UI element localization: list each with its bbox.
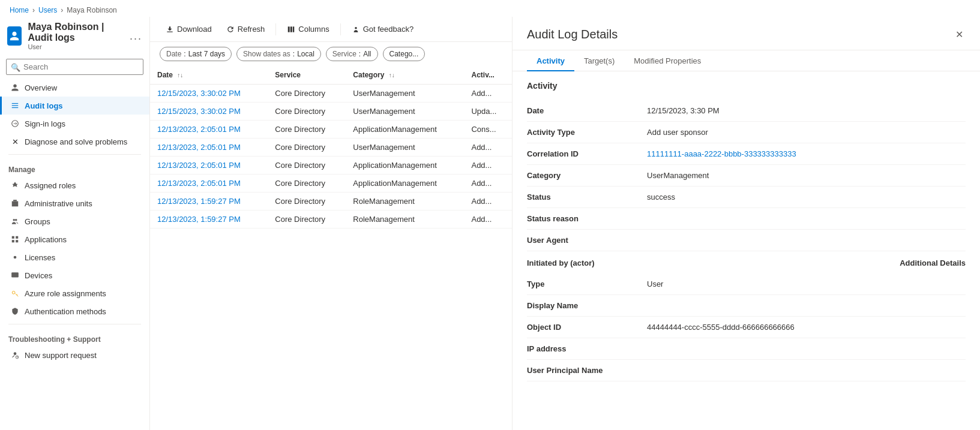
person-icon xyxy=(10,83,20,92)
detail-label: Status reason xyxy=(527,214,647,223)
date-link[interactable]: 12/13/2023, 2:05:01 PM xyxy=(157,125,241,134)
date-link[interactable]: 12/13/2023, 1:59:27 PM xyxy=(157,197,241,206)
sidebar-item-groups[interactable]: Groups xyxy=(0,212,149,230)
date-link[interactable]: 12/13/2023, 2:05:01 PM xyxy=(157,143,241,152)
sidebar-item-assigned-roles[interactable]: Assigned roles xyxy=(0,176,149,194)
columns-label: Columns xyxy=(298,25,329,34)
date-link[interactable]: 12/13/2023, 2:05:01 PM xyxy=(157,161,241,170)
detail-row-status-reason: Status reason xyxy=(527,208,966,230)
category-filter-value: Catego... xyxy=(389,50,419,58)
svg-point-15 xyxy=(14,352,17,355)
svg-point-7 xyxy=(15,219,17,221)
person-support-icon xyxy=(10,350,20,360)
cell-category: UserManagement xyxy=(346,85,464,103)
sidebar-item-audit-logs[interactable]: Audit logs xyxy=(0,97,149,115)
groups-icon xyxy=(10,216,20,226)
sidebar-item-azure-roles[interactable]: Azure role assignments xyxy=(0,284,149,302)
breadcrumb-home[interactable]: Home xyxy=(10,6,29,14)
svg-rect-13 xyxy=(11,272,19,277)
date-link[interactable]: 12/13/2023, 1:59:27 PM xyxy=(157,215,241,224)
table-row[interactable]: 12/13/2023, 2:05:01 PM Core Directory Ap… xyxy=(150,175,512,193)
table-row[interactable]: 12/13/2023, 2:05:01 PM Core Directory Ap… xyxy=(150,157,512,175)
sidebar-item-auth-methods[interactable]: Authentication methods xyxy=(0,302,149,320)
license-icon xyxy=(10,252,20,262)
cell-category: ApplicationManagement xyxy=(346,157,464,175)
cell-category: RoleManagement xyxy=(346,193,464,211)
category-filter-chip[interactable]: Catego... xyxy=(383,47,425,61)
table-row[interactable]: 12/15/2023, 3:30:02 PM Core Directory Us… xyxy=(150,85,512,103)
cell-activity: Add... xyxy=(464,175,512,193)
svg-rect-17 xyxy=(167,31,172,32)
col-service: Service xyxy=(268,66,346,85)
detail-value-correlation-id[interactable]: 11111111-aaaa-2222-bbbb-333333333333 xyxy=(647,149,966,158)
col-category: Category ↑↓ xyxy=(346,66,464,85)
breadcrumb-users[interactable]: Users xyxy=(38,6,57,14)
sort-icon-category: ↑↓ xyxy=(389,72,395,79)
audit-log-details-panel: Audit Log Details ✕ Activity Target(s) M… xyxy=(512,17,980,430)
sidebar-item-label: Diagnose and solve problems xyxy=(25,137,127,146)
show-dates-filter-value: Local xyxy=(297,50,314,58)
sidebar-item-new-support[interactable]: New support request xyxy=(0,346,149,364)
sidebar-item-label: Applications xyxy=(25,235,67,244)
download-button[interactable]: Download xyxy=(160,22,218,37)
detail-row-ip-address: IP address xyxy=(527,338,966,360)
detail-value-date: 12/15/2023, 3:30 PM xyxy=(647,106,966,115)
table-row[interactable]: 12/13/2023, 1:59:27 PM Core Directory Ro… xyxy=(150,193,512,211)
sidebar-item-sign-in-logs[interactable]: Sign-in logs xyxy=(0,115,149,133)
additional-details-link[interactable]: Additional Details xyxy=(900,258,966,267)
date-link[interactable]: 12/15/2023, 3:30:02 PM xyxy=(157,89,241,98)
cell-service: Core Directory xyxy=(268,211,346,228)
sidebar-item-devices[interactable]: Devices xyxy=(0,266,149,284)
detail-label: Object ID xyxy=(527,323,647,332)
table-row[interactable]: 12/13/2023, 1:59:27 PM Core Directory Ro… xyxy=(150,211,512,228)
toolbar-divider-2 xyxy=(340,23,341,35)
building-icon xyxy=(10,199,20,208)
columns-button[interactable]: Columns xyxy=(281,22,335,37)
svg-rect-10 xyxy=(12,240,14,242)
show-dates-filter-chip[interactable]: Show dates as : Local xyxy=(236,47,321,61)
cell-category: RoleManagement xyxy=(346,211,464,228)
search-icon: 🔍 xyxy=(11,62,20,71)
table-row[interactable]: 12/13/2023, 2:05:01 PM Core Directory Us… xyxy=(150,139,512,157)
sidebar-item-label: Administrative units xyxy=(25,199,92,208)
sidebar-item-overview[interactable]: Overview xyxy=(0,79,149,97)
feedback-button[interactable]: Got feedback? xyxy=(346,22,420,37)
nav-divider-2 xyxy=(8,324,141,324)
sidebar-item-applications[interactable]: Applications xyxy=(0,230,149,248)
refresh-button[interactable]: Refresh xyxy=(220,22,271,37)
cell-activity: Add... xyxy=(464,193,512,211)
panel-close-button[interactable]: ✕ xyxy=(953,26,966,43)
breadcrumb-current: Maya Robinson xyxy=(67,6,116,14)
search-input[interactable] xyxy=(6,59,143,75)
detail-row-activity-type: Activity Type Add user sponsor xyxy=(527,122,966,143)
sidebar-item-admin-units[interactable]: Administrative units xyxy=(0,194,149,212)
detail-label: Type xyxy=(527,279,647,288)
svg-point-21 xyxy=(355,26,357,29)
detail-row-correlation-id: Correlation ID 11111111-aaaa-2222-bbbb-3… xyxy=(527,143,966,165)
svg-rect-11 xyxy=(16,240,18,242)
date-link[interactable]: 12/13/2023, 2:05:01 PM xyxy=(157,179,241,188)
svg-rect-9 xyxy=(16,236,18,239)
tab-modified-properties[interactable]: Modified Properties xyxy=(624,50,711,71)
svg-rect-1 xyxy=(12,105,19,106)
detail-label: Correlation ID xyxy=(527,149,647,158)
role-icon xyxy=(10,181,20,190)
table-row[interactable]: 12/13/2023, 2:05:01 PM Core Directory Ap… xyxy=(150,121,512,139)
download-label: Download xyxy=(177,25,212,34)
detail-label: Activity Type xyxy=(527,128,647,137)
date-filter-chip[interactable]: Date : Last 7 days xyxy=(160,47,232,61)
tab-activity[interactable]: Activity xyxy=(527,50,574,71)
tab-targets[interactable]: Target(s) xyxy=(574,50,624,71)
cell-date: 12/13/2023, 2:05:01 PM xyxy=(150,139,268,157)
date-link[interactable]: 12/15/2023, 3:30:02 PM xyxy=(157,107,241,116)
sidebar-item-licenses[interactable]: Licenses xyxy=(0,248,149,266)
sidebar-item-diagnose[interactable]: ✕ Diagnose and solve problems xyxy=(0,133,149,151)
cell-date: 12/13/2023, 1:59:27 PM xyxy=(150,193,268,211)
detail-label: User Principal Name xyxy=(527,366,647,375)
cell-category: ApplicationManagement xyxy=(346,175,464,193)
more-options-button[interactable]: ... xyxy=(130,30,142,43)
svg-rect-5 xyxy=(13,200,17,201)
table-row[interactable]: 12/15/2023, 3:30:02 PM Core Directory Us… xyxy=(150,103,512,121)
cell-category: UserManagement xyxy=(346,139,464,157)
service-filter-chip[interactable]: Service : All xyxy=(326,47,378,61)
